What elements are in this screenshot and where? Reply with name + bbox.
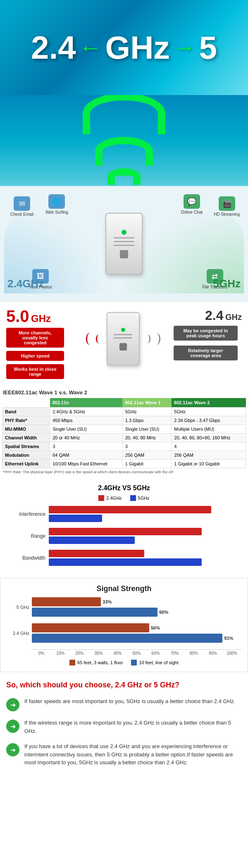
bar-range-blue: [49, 537, 135, 544]
legend-65ft-label: 65 feet, 3 walls, 1 floor: [77, 660, 123, 665]
table-row: Modulation 64 QAM 256 QAM 256 QAM: [2, 451, 246, 460]
row-cw-n: 20 or 40 MHz: [50, 434, 123, 442]
comp-left-unit: GHz: [31, 313, 51, 324]
row-ss-w1: 3: [122, 442, 172, 451]
th-wave1: 802.11ac Wave 1: [122, 398, 172, 408]
legend-24-color: [98, 495, 104, 501]
comp-left-freq-wrap: 5.0 GHz: [6, 308, 72, 324]
row-mod-label: Modulation: [2, 451, 50, 460]
row-cw-w2: 20, 40, 80, 80+80, 160 MHz: [172, 434, 246, 442]
signal-legend: 65 feet, 3 walls, 1 floor 10 feet, line …: [7, 660, 241, 665]
legend-5-label: 5GHz: [138, 496, 150, 501]
icon-check-email: ✉ Check Email: [10, 196, 33, 217]
wifi-arc-large: [83, 93, 165, 134]
hero-arrow-right: →: [173, 34, 196, 61]
table-note: *PHY Rate: The physical layer (PHY) rate…: [2, 470, 246, 474]
comp-right-freq: 2.4: [205, 308, 223, 323]
btn-close-range[interactable]: Works best in close range: [6, 364, 64, 379]
signal-wrap-24-2: 91%: [32, 634, 241, 643]
row-band-w1: 5GHz: [122, 408, 172, 416]
signal-group-5ghz: 33% 60%: [32, 597, 241, 617]
signal-label-5ghz: 5 GHz: [7, 605, 29, 610]
arrow-icon-1: ➜: [6, 698, 19, 711]
icon-check-email-label: Check Email: [10, 212, 33, 217]
bar-row-range: Range: [8, 528, 240, 544]
router-led: [121, 328, 125, 332]
bar-interference-red: [49, 506, 211, 513]
email-icon: ✉: [14, 196, 30, 211]
bar-chart-legend: 2.4GHz 5GHz: [4, 495, 244, 501]
btn-coverage[interactable]: Relatively larger coverage area: [174, 346, 238, 360]
comp-right-freq-wrap: 2.4 GHz: [174, 308, 242, 323]
conclusion-item-1: ➜ If faster speeds are most important to…: [6, 697, 242, 711]
row-mimo-n: Single User (SU): [50, 425, 123, 434]
btn-congested[interactable]: May be congested in peak usage hours: [174, 326, 238, 341]
signal-row-5ghz: 5 GHz 33% 60%: [7, 597, 241, 617]
signal-arc-l1: [86, 333, 94, 345]
hero-section: 2.4 ← GHz → 5: [0, 0, 248, 95]
icon-streaming-label: HD Streaming: [214, 212, 240, 217]
row-mod-w1: 256 QAM: [122, 451, 172, 460]
comp-right-24ghz: 2.4 GHz May be congested in peak usage h…: [174, 308, 242, 360]
row-band-n: 2.4GHz & 5GHz: [50, 408, 123, 416]
signal-right: [145, 333, 160, 345]
bar-chart-title: 2.4GHz VS 5GHz: [4, 484, 244, 492]
band-label-24: 2.4GHz: [7, 277, 44, 290]
conclusion-text-3: If you have a lot of devices that use 2.…: [24, 742, 242, 767]
btn-channels[interactable]: More channels, usually less congested: [6, 328, 64, 348]
table-row: MU-MIMO Single User (SU) Single User (SU…: [2, 425, 246, 434]
bar-range-red: [49, 528, 202, 535]
bar-interference-blue: [49, 515, 102, 522]
signal-label-24ghz: 2.4 GHz: [7, 631, 29, 636]
legend-10ft-label: 10 feet, line of sight: [139, 660, 178, 665]
row-mod-n: 64 QAM: [50, 451, 123, 460]
legend-65ft-color: [69, 660, 75, 665]
signal-row-24ghz: 2.4 GHz 56% 91%: [7, 623, 241, 643]
conclusion-text-2: If the wireless range is more important …: [24, 719, 242, 735]
table-row: Channel Width 20 or 40 MHz 20, 40, 80 MH…: [2, 434, 246, 442]
r-port: [119, 343, 127, 351]
arrow-icon-3: ➜: [6, 743, 19, 756]
x-tick-10: 10%: [51, 649, 70, 656]
bar-label-range: Range: [8, 533, 45, 539]
comp-right-unit: GHz: [225, 312, 242, 322]
bar-row-bandwidth: Bandwidth: [8, 550, 240, 566]
icon-web-label: Web Surfing: [45, 210, 68, 215]
bar-row-interference: Interference: [8, 506, 240, 522]
wifi-icon-section: [0, 95, 248, 186]
router-center-2: [107, 312, 140, 366]
router-center: [105, 213, 143, 275]
x-tick-50: 50%: [127, 649, 146, 656]
row-ss-n: 3: [50, 442, 123, 451]
bar-group-range: [49, 528, 240, 544]
hero-freq-left: 2.4: [31, 29, 76, 67]
signal-val-24-1: 56%: [151, 625, 248, 630]
hero-freq-right: 5: [199, 29, 217, 67]
table-row: Spatial Streams 3 3 4: [2, 442, 246, 451]
signal-arc-r1: [152, 333, 160, 345]
x-tick-40: 40%: [108, 649, 127, 656]
row-eth-n: 10/100 Mbps Fast Ethernet: [50, 460, 123, 468]
th-empty: [2, 398, 50, 408]
r-vent-2: [114, 337, 132, 339]
table-row: PHY Rate* 450 Mbps 1.3 Gbps 2.34 Gbps - …: [2, 416, 246, 425]
signal-arc-l2: [96, 334, 102, 343]
signal-chart-title: Signal Strength: [5, 584, 243, 593]
hero-arrow-left: ←: [79, 34, 102, 61]
bar-chart-body: Interference Range Bandwidth: [4, 506, 244, 566]
legend-10ft-color: [131, 660, 137, 665]
router-wrap: [98, 308, 148, 370]
btn-higher-speed[interactable]: Higher speed: [6, 351, 64, 361]
signal-legend-65ft: 65 feet, 3 walls, 1 floor: [69, 660, 123, 665]
row-mimo-w2: Multiple Users (MU): [172, 425, 246, 434]
bar-chart-section: 2.4GHz VS 5GHz 2.4GHz 5GHz Interference …: [0, 478, 248, 578]
legend-5ghz: 5GHz: [130, 495, 150, 501]
comp-center-router: [76, 308, 169, 370]
wifi-arc-small: [107, 168, 141, 185]
signal-legend-10ft: 10 feet, line of sight: [131, 660, 178, 665]
router: [105, 213, 143, 275]
signal-bar-24-2: [32, 634, 222, 643]
hero-unit: GHz: [105, 29, 170, 67]
x-tick-0: 0%: [32, 649, 51, 656]
wifi-icon: [83, 93, 165, 196]
